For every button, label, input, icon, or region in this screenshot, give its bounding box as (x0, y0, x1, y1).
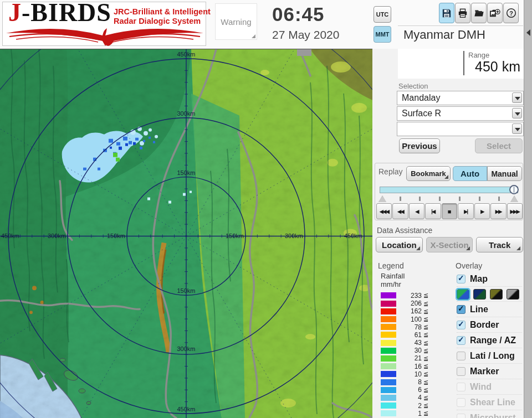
ring-distance-label: 150km (226, 233, 244, 239)
x-section-button[interactable]: X-Section (426, 237, 473, 252)
eagle-icon (5, 27, 204, 47)
dropdown-arrow-button[interactable] (512, 92, 522, 103)
checkbox-map[interactable]: ✓ (457, 275, 466, 283)
legend-threshold: 100 (396, 316, 422, 323)
style-olive-swatch[interactable] (490, 289, 503, 300)
replay-slider-ticks (380, 195, 518, 202)
collapse-left-icon (526, 29, 530, 36)
legend-threshold: 4 (396, 394, 422, 401)
dropdown-blank[interactable] (397, 122, 524, 136)
bookmark-button[interactable]: Bookmark (406, 166, 451, 181)
auto-mode-button[interactable]: Auto (453, 166, 487, 181)
legend-row: 6≦ (381, 386, 442, 394)
legend-threshold: 206 (396, 300, 422, 307)
checkbox-microburst (457, 414, 466, 418)
track-button[interactable]: Track (476, 237, 523, 252)
open-file-button[interactable] (471, 3, 487, 23)
play-button[interactable]: ▶ (474, 203, 490, 219)
overlay-item-line[interactable]: ✓Line (457, 301, 522, 317)
rewind-button[interactable]: ◀◀ (392, 203, 408, 219)
mmt-button[interactable]: MMT (374, 26, 391, 43)
slider-tick (439, 197, 441, 201)
control-panel: Range 450 km Selection MandalaySurface R… (372, 49, 524, 418)
overlay-item-map[interactable]: ✓Map (457, 271, 522, 286)
overlay-item-shear-line: Shear Line (457, 394, 522, 410)
rewind-fast-button[interactable]: ◀◀◀ (376, 203, 392, 219)
resize-grip-icon[interactable] (252, 34, 255, 38)
warning-panel[interactable]: Warning (215, 3, 257, 40)
border-patch (297, 49, 311, 56)
checkbox-line[interactable]: ✓ (457, 305, 466, 314)
print-button[interactable] (455, 3, 470, 23)
location-button[interactable]: Location (376, 237, 423, 252)
previous-button[interactable]: Previous (399, 138, 440, 153)
save-button[interactable] (439, 3, 454, 23)
ring-distance-label: 450km (1, 233, 19, 239)
check-icon: ✓ (458, 319, 464, 328)
overlay-list: ✓Map✓Line✓Border✓Range / AZLati / LongMa… (457, 271, 522, 418)
ring-distance-label: 450km (177, 51, 195, 58)
checkbox-range-az[interactable]: ✓ (457, 336, 466, 345)
chevron-down-icon (515, 97, 520, 100)
checkbox-marker[interactable] (457, 367, 466, 376)
legend-row: 206≦ (381, 300, 442, 307)
legend-comparator: ≦ (423, 386, 428, 394)
legend-comparator: ≦ (423, 402, 428, 409)
dropdown-mandalay[interactable]: Mandalay (397, 91, 524, 105)
play-reverse-button[interactable]: ◀ (409, 203, 424, 219)
forward-fast-button[interactable]: ▶▶▶ (507, 203, 523, 219)
radar-map[interactable]: 450km300km150km150km300km450km450km300km… (0, 49, 372, 418)
overlay-item-lati-long[interactable]: Lati / Long (457, 348, 522, 363)
checkbox-border[interactable]: ✓ (457, 321, 466, 329)
overlay-item-label: Range / AZ (470, 336, 516, 345)
step-forward-button[interactable]: ▶| (458, 203, 473, 219)
style-dark-blue-swatch[interactable] (473, 289, 486, 300)
jbirds-application: J-BIRDS JRC-Brilliant & Intelligent Rada… (0, 0, 532, 418)
panel-collapse-strip[interactable] (524, 0, 532, 418)
manual-mode-button[interactable]: Manual (487, 166, 522, 181)
overlay-item-label: Marker (470, 367, 499, 376)
logo-subtitle: JRC-Brilliant & Intelligent Radar Dialog… (114, 7, 211, 25)
overlay-item-label: Border (470, 320, 499, 330)
dropdown-surface-r[interactable]: Surface R (397, 106, 524, 121)
legend-row: 61≦ (381, 331, 442, 339)
style-gray-swatch[interactable] (507, 289, 519, 300)
select-button[interactable]: Select (475, 138, 523, 153)
legend-threshold: 1 (396, 410, 422, 417)
overlay-label: Overlay (456, 261, 482, 270)
legend-comparator: ≦ (423, 363, 428, 370)
utc-button[interactable]: UTC (374, 6, 391, 23)
legend-color-swatch (381, 395, 396, 401)
ring-distance-label: 300km (177, 345, 195, 352)
legend-color-swatch (381, 387, 396, 393)
forward-button[interactable]: ▶▶ (490, 203, 506, 219)
overlay-item-range-az[interactable]: ✓Range / AZ (457, 332, 522, 348)
checkbox-wind (457, 383, 466, 391)
slider-tick (400, 197, 401, 201)
help-icon: ? (506, 8, 516, 18)
overlay-item-label: Microburst (470, 413, 516, 418)
slider-tick (459, 197, 461, 201)
ring-distance-label: 150km (177, 287, 195, 294)
chevron-down-icon (515, 112, 520, 116)
checkbox-shear-line (457, 398, 466, 407)
ring-distance-label: 300km (177, 110, 195, 117)
help-button[interactable]: ? (503, 3, 519, 23)
overlay-item-label: Shear Line (470, 398, 515, 407)
style-terrain-color-swatch[interactable] (457, 289, 469, 300)
dropdown-arrow-button[interactable] (512, 123, 522, 134)
replay-slider-handle[interactable] (509, 185, 519, 194)
step-back-button[interactable]: |◀ (425, 203, 441, 219)
ring-distance-label: 300km (285, 233, 303, 239)
dropdown-arrow-button[interactable] (512, 108, 522, 118)
data-assistance-buttons: LocationX-SectionTrack (376, 237, 523, 252)
replay-slider-track[interactable] (380, 187, 518, 193)
overlay-item-border[interactable]: ✓Border (457, 317, 522, 332)
checkbox-lati-long[interactable] (457, 352, 466, 360)
overlay-item-marker[interactable]: Marker (457, 363, 522, 379)
legend-comparator: ≦ (423, 323, 428, 331)
stop-button[interactable]: ■ (442, 203, 457, 219)
legend-threshold: 21 (396, 354, 422, 362)
dropdown-value: Mandalay (402, 93, 440, 103)
import-image-button[interactable] (487, 3, 503, 23)
